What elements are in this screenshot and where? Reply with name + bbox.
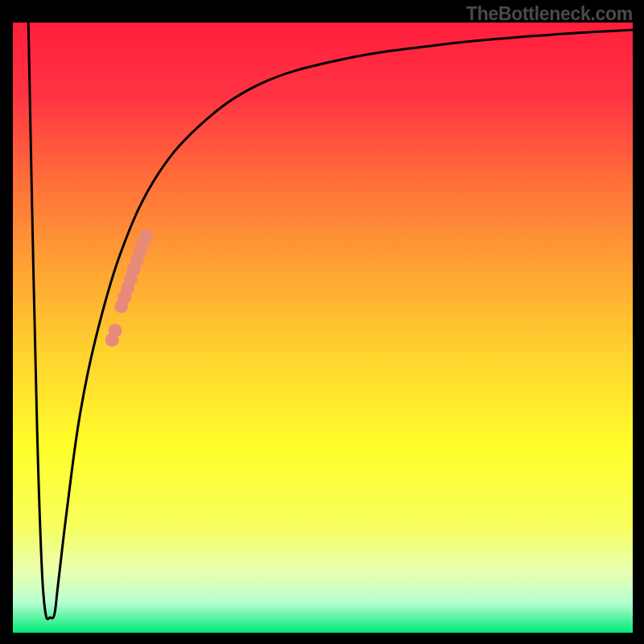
highlight-dot	[139, 229, 153, 243]
bottleneck-curve	[13, 23, 633, 633]
highlight-dot	[109, 324, 122, 337]
plot-area	[13, 23, 633, 633]
chart-frame	[13, 23, 633, 633]
watermark-text: TheBottleneck.com	[466, 3, 633, 25]
